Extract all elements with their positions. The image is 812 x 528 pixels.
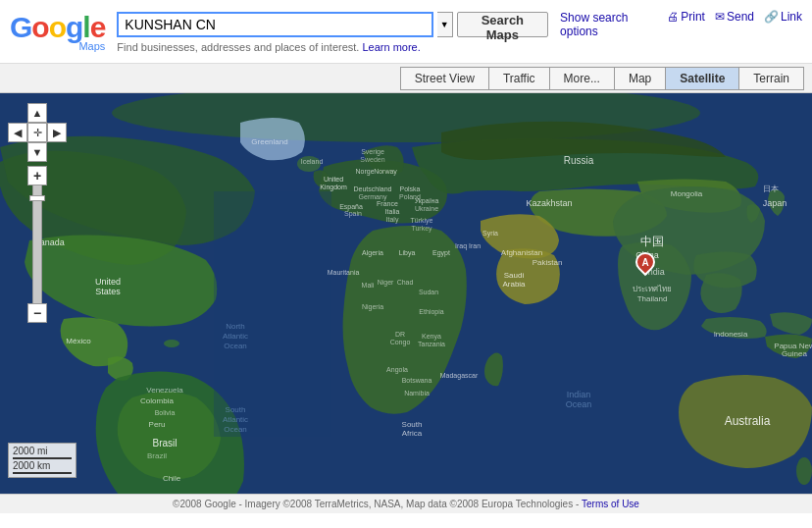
pan-down-btn[interactable]: ▼ xyxy=(27,142,47,162)
scale-miles: 2000 mi xyxy=(13,446,72,456)
svg-text:Angola: Angola xyxy=(386,366,408,374)
svg-text:Chad: Chad xyxy=(397,279,414,286)
pan-row: ◀ ✛ ▶ xyxy=(8,123,67,142)
svg-text:Syria: Syria xyxy=(482,230,498,238)
svg-text:Iraq: Iraq xyxy=(455,242,467,250)
link-icon: 🔗 xyxy=(764,10,779,24)
header: Google Maps ▼ Search Maps Show search op… xyxy=(0,0,812,64)
svg-text:France: France xyxy=(377,200,398,207)
svg-text:Madagascar: Madagascar xyxy=(440,372,479,380)
svg-rect-5 xyxy=(214,191,331,437)
svg-text:Thailand: Thailand xyxy=(637,294,668,303)
pan-up-btn[interactable]: ▲ xyxy=(27,103,47,123)
svg-text:Namibia: Namibia xyxy=(404,390,430,396)
svg-text:United: United xyxy=(95,277,121,287)
svg-text:Mali: Mali xyxy=(362,282,375,289)
nav-controls: ▲ ◀ ✛ ▶ ▼ + − xyxy=(8,103,67,323)
svg-text:Indian: Indian xyxy=(567,390,591,399)
show-options-link[interactable]: Show search options xyxy=(560,11,657,38)
learn-more-link[interactable]: Learn more. xyxy=(362,41,420,53)
svg-text:Nigeria: Nigeria xyxy=(362,303,383,311)
traffic-btn[interactable]: Traffic xyxy=(488,67,549,90)
svg-text:Turkey: Turkey xyxy=(411,225,432,233)
svg-text:Arabia: Arabia xyxy=(502,280,526,289)
svg-text:Kazakhstan: Kazakhstan xyxy=(526,198,572,208)
search-dropdown-btn[interactable]: ▼ xyxy=(437,12,453,37)
zoom-out-btn[interactable]: − xyxy=(27,303,47,323)
map-container[interactable]: Canada United States México Brasil Brazi… xyxy=(0,93,812,494)
send-icon: ✉ xyxy=(715,10,725,24)
svg-text:Türkiye: Türkiye xyxy=(411,217,433,225)
print-icon: 🖨 xyxy=(667,10,679,24)
svg-text:Russia: Russia xyxy=(564,155,594,166)
svg-text:Japan: Japan xyxy=(763,198,787,208)
toolbar: Street View Traffic More... Map Satellit… xyxy=(0,64,812,93)
svg-text:Ocean: Ocean xyxy=(224,342,247,350)
terms-link[interactable]: Terms of Use xyxy=(582,499,639,509)
satellite-btn[interactable]: Satellite xyxy=(665,67,738,90)
svg-text:Libya: Libya xyxy=(399,249,416,257)
search-button[interactable]: Search Maps xyxy=(457,12,548,37)
pan-right-btn[interactable]: ▶ xyxy=(47,123,67,142)
scale: 2000 mi 2000 km xyxy=(8,443,76,478)
zoom-slider[interactable] xyxy=(32,185,42,303)
zoom-controls: + − xyxy=(27,166,47,323)
search-row: ▼ Search Maps Show search options xyxy=(117,11,657,38)
world-map-svg: Canada United States México Brasil Brazi… xyxy=(0,93,812,494)
svg-text:Kingdom: Kingdom xyxy=(320,184,347,191)
svg-text:日本: 日本 xyxy=(763,185,779,193)
send-link[interactable]: ✉ Send xyxy=(715,10,754,24)
svg-point-4 xyxy=(796,457,812,485)
map-view-buttons: Street View Traffic More... Map Satellit… xyxy=(400,67,804,90)
svg-text:Mongolia: Mongolia xyxy=(671,189,703,198)
pan-left-btn[interactable]: ◀ xyxy=(8,123,27,142)
svg-text:Niger: Niger xyxy=(378,279,394,287)
pan-center-btn[interactable]: ✛ xyxy=(27,123,47,142)
svg-text:Brasil: Brasil xyxy=(152,438,177,449)
link-link[interactable]: 🔗 Link xyxy=(764,10,802,24)
svg-text:Saudi: Saudi xyxy=(504,271,525,280)
svg-text:Kenya: Kenya xyxy=(422,333,441,341)
svg-text:Botswana: Botswana xyxy=(402,377,432,384)
svg-text:Ocean: Ocean xyxy=(224,425,247,434)
svg-text:Greenland: Greenland xyxy=(251,137,287,146)
footer-text: ©2008 Google - Imagery ©2008 TerraMetric… xyxy=(173,499,579,509)
scale-km: 2000 km xyxy=(13,460,72,471)
svg-text:Mauritania: Mauritania xyxy=(328,269,360,276)
svg-text:Colombia: Colombia xyxy=(140,396,174,405)
map-btn[interactable]: Map xyxy=(614,67,665,90)
svg-text:Укpаïна: Укpаïна xyxy=(415,197,439,205)
svg-text:Deutschland: Deutschland xyxy=(354,185,392,192)
logo-l: l xyxy=(82,11,89,43)
svg-text:Sweden: Sweden xyxy=(360,156,384,163)
svg-text:Algeria: Algeria xyxy=(362,249,383,257)
maps-label: Maps xyxy=(78,40,105,52)
logo-area: Google Maps xyxy=(10,11,105,52)
svg-text:Sudan: Sudan xyxy=(419,289,438,295)
svg-text:Peru: Peru xyxy=(149,420,166,429)
svg-text:United: United xyxy=(324,176,343,183)
svg-text:México: México xyxy=(66,337,91,345)
print-link[interactable]: 🖨 Print xyxy=(667,10,705,24)
marker-letter: A xyxy=(641,257,648,268)
logo-o2: o xyxy=(49,11,66,43)
svg-text:Polska: Polska xyxy=(399,185,420,192)
svg-text:States: States xyxy=(95,287,121,296)
search-input[interactable] xyxy=(117,12,432,37)
street-view-btn[interactable]: Street View xyxy=(400,67,488,90)
svg-text:中国: 中国 xyxy=(640,235,664,248)
terrain-btn[interactable]: Terrain xyxy=(738,67,804,90)
svg-text:Sverige: Sverige xyxy=(361,148,384,156)
location-marker[interactable]: A xyxy=(635,252,655,272)
svg-text:Brazil: Brazil xyxy=(147,451,167,460)
more-btn[interactable]: More... xyxy=(549,67,614,90)
logo-e: e xyxy=(90,11,106,43)
logo-g: G xyxy=(10,11,31,43)
svg-text:Norge: Norge xyxy=(355,168,374,176)
svg-text:Italy: Italy xyxy=(386,216,399,224)
search-hint: Find businesses, addresses and places of… xyxy=(117,41,657,53)
svg-text:Bolivia: Bolivia xyxy=(155,409,176,416)
svg-text:Pakistan: Pakistan xyxy=(533,258,563,267)
zoom-in-btn[interactable]: + xyxy=(27,166,47,185)
svg-text:Afghanistan: Afghanistan xyxy=(501,248,542,257)
